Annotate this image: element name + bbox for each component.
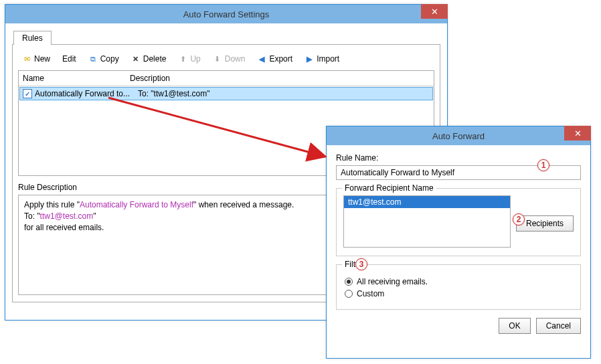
radio-icon bbox=[345, 278, 353, 286]
new-button[interactable]: ✉ New bbox=[18, 53, 54, 65]
new-label: New bbox=[34, 54, 50, 64]
new-icon: ✉ bbox=[22, 54, 31, 64]
delete-button[interactable]: ✕ Delete bbox=[127, 53, 171, 65]
recipient-list[interactable]: ttw1@test.com bbox=[343, 195, 511, 248]
export-button[interactable]: ◀ Export bbox=[253, 53, 296, 65]
toolbar: ✉ New Edit ⧉ Copy ✕ Delete ⬆ Up bbox=[18, 50, 434, 70]
radio-icon bbox=[345, 290, 353, 298]
tab-rules[interactable]: Rules bbox=[13, 31, 52, 45]
radio-custom-label: Custom bbox=[357, 289, 384, 298]
down-label: Down bbox=[225, 54, 246, 64]
window-title: Auto Forward Settings bbox=[9, 9, 443, 19]
col-desc-header[interactable]: Description bbox=[130, 74, 430, 83]
up-label: Up bbox=[190, 54, 200, 64]
edit-button[interactable]: Edit bbox=[58, 53, 80, 65]
callout-badge-1: 1 bbox=[537, 159, 549, 171]
rule-desc: To: "ttw1@test.com" bbox=[138, 89, 430, 98]
forward-recipient-group: Forward Recipient Name ttw1@test.com Rec… bbox=[336, 188, 581, 256]
up-icon: ⬆ bbox=[178, 54, 187, 64]
copy-icon: ⧉ bbox=[88, 54, 98, 64]
import-label: Import bbox=[317, 54, 339, 64]
desc-rule-link[interactable]: Automatically Forward to Myself bbox=[80, 200, 193, 209]
radio-all-receiving[interactable]: All receiving emails. bbox=[345, 277, 574, 286]
up-button[interactable]: ⬆ Up bbox=[174, 53, 204, 65]
close-button[interactable]: ✕ bbox=[564, 126, 591, 141]
copy-button[interactable]: ⧉ Copy bbox=[84, 53, 123, 65]
filter-group: Filter All receiving emails. Custom bbox=[336, 264, 581, 310]
forward-recipient-legend: Forward Recipient Name bbox=[342, 183, 436, 193]
radio-all-label: All receiving emails. bbox=[357, 277, 428, 286]
close-icon: ✕ bbox=[431, 7, 438, 16]
delete-icon: ✕ bbox=[131, 54, 141, 64]
rules-header: Name Description bbox=[19, 71, 434, 86]
rule-checkbox[interactable]: ✓ bbox=[23, 89, 32, 98]
export-label: Export bbox=[269, 54, 292, 64]
down-button[interactable]: ⬇ Down bbox=[209, 53, 250, 65]
delete-label: Delete bbox=[143, 54, 167, 64]
import-icon: ▶ bbox=[305, 54, 314, 64]
close-button[interactable]: ✕ bbox=[421, 4, 448, 19]
titlebar[interactable]: Auto Forward Settings ✕ bbox=[5, 5, 447, 23]
radio-custom[interactable]: Custom bbox=[345, 289, 574, 298]
auto-forward-dialog: Auto Forward ✕ Rule Name: Forward Recipi… bbox=[326, 126, 591, 359]
recipient-item[interactable]: ttw1@test.com bbox=[344, 196, 510, 208]
export-icon: ◀ bbox=[257, 54, 266, 64]
rule-name: Automatically Forward to... bbox=[35, 89, 138, 98]
col-name-header[interactable]: Name bbox=[23, 74, 130, 83]
edit-label: Edit bbox=[62, 54, 76, 64]
dialog-title: Auto Forward bbox=[331, 131, 586, 141]
down-icon: ⬇ bbox=[213, 54, 222, 64]
callout-badge-3: 3 bbox=[355, 258, 367, 270]
callout-badge-2: 2 bbox=[513, 213, 525, 225]
ok-button[interactable]: OK bbox=[499, 318, 530, 334]
desc-recipient-link[interactable]: ttw1@test.com bbox=[40, 211, 94, 221]
copy-label: Copy bbox=[100, 54, 119, 64]
rule-row[interactable]: ✓ Automatically Forward to... To: "ttw1@… bbox=[19, 87, 433, 100]
close-icon: ✕ bbox=[574, 129, 582, 138]
import-button[interactable]: ▶ Import bbox=[300, 53, 343, 65]
titlebar[interactable]: Auto Forward ✕ bbox=[327, 126, 590, 145]
cancel-button[interactable]: Cancel bbox=[536, 318, 581, 334]
